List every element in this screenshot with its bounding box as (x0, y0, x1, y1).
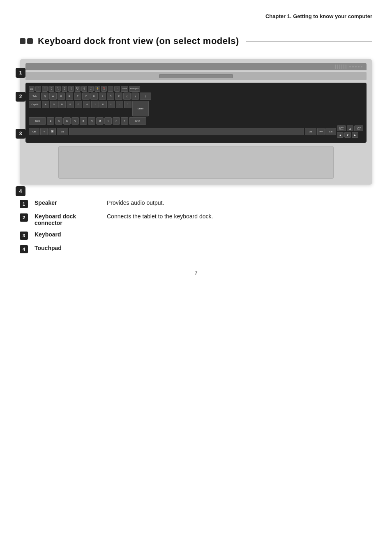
label-row-1: 1 Speaker Provides audio output. (20, 199, 372, 208)
label-badge-1: 1 (20, 200, 28, 208)
page-number: 7 (0, 270, 392, 276)
nav-cluster: PgUpHome ▲ PgDnEnd ◄ ▼ ► (337, 125, 363, 138)
label-badge-3: 3 (20, 232, 28, 240)
key-backslash: | (140, 93, 151, 100)
key-f4: ⊕4 (62, 86, 67, 92)
key-d: D (58, 101, 66, 108)
key-q: Q (41, 93, 48, 100)
section-icon-dot-1 (20, 38, 25, 44)
connector-bar (25, 72, 367, 80)
dock-body: Esc ~` ●1 ☀2 ☀3 ⊕4 ▶5 ▶▶6 ⏏7 ✈8 🔒9 🔇0 – … (20, 59, 372, 185)
key-semicolon: : (116, 101, 123, 108)
label-row-3: 3 Keyboard (20, 231, 372, 240)
key-i: I (99, 93, 106, 100)
key-n: N (88, 117, 95, 125)
diagram-badge-1: 1 (16, 68, 25, 78)
diagram-badge-4: 4 (16, 186, 25, 196)
key-ctrl-right: Ctrl (325, 128, 336, 135)
key-f1: ●1 (42, 86, 48, 92)
label-desc-1: Provides audio output. (107, 199, 164, 206)
key-h: H (83, 101, 90, 108)
key-f3: ☀3 (55, 86, 61, 92)
key-k: K (99, 101, 107, 108)
key-l: L (108, 101, 115, 108)
key-f11: – (108, 86, 113, 92)
key-c: C (63, 117, 71, 125)
key-o: O (107, 93, 114, 100)
touchpad-area (58, 146, 334, 179)
key-u: U (90, 93, 98, 100)
key-period: > (113, 117, 120, 125)
key-esc: Esc (29, 86, 35, 92)
key-a: A (42, 101, 49, 108)
label-desc-2: Connects the tablet to the keyboard dock… (107, 213, 213, 220)
key-b: B (80, 117, 87, 125)
key-bracket-r: } (131, 93, 139, 100)
chapter-header: Chapter 1. Getting to know your computer (0, 0, 392, 19)
label-row-4: 4 Touchpad (20, 245, 372, 253)
key-quote: " (124, 101, 131, 108)
label-term-1: Speaker (35, 199, 100, 206)
chapter-title: Chapter 1. Getting to know your computer (265, 13, 372, 19)
key-slash: ? (121, 117, 128, 125)
section-icon-dot-2 (27, 38, 33, 44)
key-f5: ▶5 (68, 86, 74, 92)
key-pgup: PgUpHome (337, 125, 346, 131)
label-term-2: Keyboard dock connector (35, 213, 100, 226)
key-m: M (96, 117, 104, 125)
key-row-fn: Esc ~` ●1 ☀2 ☀3 ⊕4 ▶5 ▶▶6 ⏏7 ✈8 🔒9 🔇0 – … (29, 86, 363, 92)
key-alt-left: Alt (57, 128, 68, 135)
key-shift-left: Shift (29, 117, 46, 125)
key-v: V (71, 117, 79, 125)
key-x: X (55, 117, 62, 125)
key-f10: 🔇0 (101, 86, 107, 92)
key-prtsc: PrtSc (317, 128, 325, 135)
key-enter: Enter (132, 101, 149, 116)
key-t: T (74, 93, 81, 100)
title-divider (246, 41, 372, 42)
key-row-a: CapsLk A S D F G H J K L : " Enter (29, 101, 363, 116)
key-alt-right: Alt (305, 128, 316, 135)
key-f: F (67, 101, 74, 108)
key-right: ► (352, 132, 358, 138)
key-tab: Tab (29, 93, 40, 100)
key-row-bottom: Ctrl Fn ⊞ Alt Alt PrtSc Ctrl PgUpHome ▲ … (29, 125, 363, 138)
key-win: ⊞ (48, 128, 56, 135)
key-comma: < (104, 117, 112, 125)
key-r: R (66, 93, 73, 100)
key-row-z: Shift Z X C V B N M < > ? Shift (29, 117, 363, 125)
section-icon-group (20, 38, 33, 44)
key-f8: ✈8 (88, 86, 94, 92)
key-up: ▲ (347, 125, 353, 131)
key-delete: Delete (121, 86, 128, 92)
key-f2: ☀2 (48, 86, 54, 92)
key-backspace: Back space (129, 86, 140, 92)
key-left: ◄ (337, 132, 344, 138)
section-title-row: Keyboard dock front view (on select mode… (20, 36, 372, 46)
connector-slot (159, 74, 233, 78)
key-bracket-l: { (123, 93, 131, 100)
key-f6: ▶▶6 (75, 86, 81, 92)
labels-section: 1 Speaker Provides audio output. 2 Keybo… (20, 199, 372, 253)
key-fn: Fn (40, 128, 48, 135)
key-j: J (91, 101, 99, 108)
key-f9: 🔒9 (95, 86, 100, 92)
section-title: Keyboard dock front view (on select mode… (38, 36, 239, 46)
speaker-grill-right (335, 65, 348, 69)
key-f7: ⏏7 (81, 86, 87, 92)
key-down: ▼ (344, 132, 351, 138)
label-badge-2: 2 (20, 213, 28, 222)
key-e: E (58, 93, 65, 100)
keyboard-dock-diagram: 1 2 3 4 Esc (20, 59, 372, 185)
key-shift-right: Shift (129, 117, 146, 125)
key-row-q: Tab Q W E R T Y U I O P { } | (29, 93, 363, 100)
key-y: Y (82, 93, 90, 100)
key-space (69, 128, 304, 135)
keyboard-area: Esc ~` ●1 ☀2 ☀3 ⊕4 ▶5 ▶▶6 ⏏7 ✈8 🔒9 🔇0 – … (25, 83, 367, 143)
key-tilde: ~` (35, 86, 41, 92)
diagram-badge-2: 2 (16, 92, 25, 102)
speaker-bar (25, 63, 367, 70)
key-z: Z (47, 117, 54, 125)
diagram-badge-3: 3 (16, 129, 25, 139)
label-badge-4: 4 (20, 245, 28, 253)
